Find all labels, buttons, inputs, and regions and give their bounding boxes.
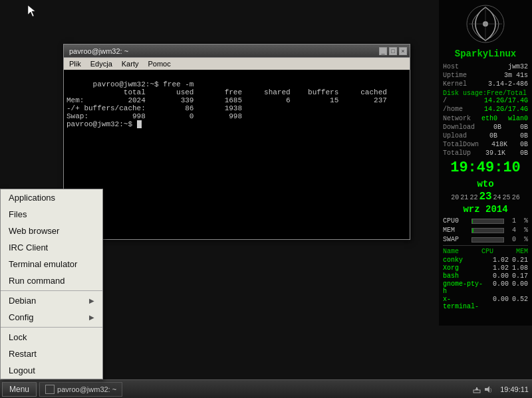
conky-cal-next1: 24: [493, 194, 501, 201]
taskbar-window-button[interactable]: pavroo@jwm32: ~: [39, 382, 122, 397]
menu-item-label: Lock: [9, 332, 27, 342]
menu-item-label: Applications: [9, 193, 55, 203]
conky-mem-fill: [472, 229, 473, 233]
conky-disk-root-value: 14.2G/17.4G: [484, 97, 528, 104]
terminal-menu-edycja[interactable]: Edycja: [86, 60, 116, 68]
menu-item-web-browser[interactable]: Web browser: [1, 223, 102, 239]
proc-name: Xorg: [443, 264, 486, 272]
terminal-content: pavroo@jwm32:~$ free -m total used free …: [64, 70, 410, 239]
terminal-buttons: _ □ ×: [379, 47, 407, 55]
menu-item-config[interactable]: Config▶: [1, 309, 102, 326]
menu-item-irc-client[interactable]: IRC Client: [1, 239, 102, 256]
taskbar-time: 19:49:11: [500, 385, 529, 393]
conky-swap-track: [471, 237, 504, 243]
conky-uptime-label: Uptime: [443, 72, 467, 79]
conky-uptime-value: 3m 41s: [504, 72, 528, 79]
conky-cal-prev1: 20: [451, 194, 459, 201]
mouse-cursor: [28, 5, 36, 17]
conky-proc-name-header: Name: [443, 248, 459, 255]
conky-wlan0-label: wlan0: [508, 115, 528, 122]
menu-divider: [1, 290, 102, 291]
conky-mem-pct: 4: [506, 227, 516, 234]
conky-calendar: 20 21 22 23 24 25 26: [443, 191, 528, 203]
conky-cpu0-symbol: %: [518, 217, 528, 225]
terminal-menu-pomoc[interactable]: Pomoc: [144, 60, 174, 68]
menu-item-applications[interactable]: Applications: [1, 189, 102, 206]
conky-cpu0-pct: 1: [506, 217, 516, 225]
conky-totaldown-val1: 418K: [491, 141, 507, 148]
conky-cal-prev2: 21: [460, 194, 468, 201]
conky-disk-home-row: /home 14.2G/17.4G: [443, 106, 528, 113]
conky-cal-prev2b: 22: [469, 194, 477, 201]
conky-disk-label: Disk usage:Free/Total: [443, 90, 528, 97]
menu-item-label: Restart: [9, 349, 37, 359]
conky-uptime-row: Uptime 3m 41s: [443, 72, 528, 79]
conky-swap-bar-row: SWAP 0 %: [443, 236, 528, 243]
conky-disk-root-label: /: [443, 97, 447, 104]
proc-cpu: 1.02: [489, 256, 509, 264]
conky-divider: [443, 245, 528, 246]
conky-download-row: Download 0B 0B: [443, 124, 528, 131]
conky-totaldown-label: TotalDown: [443, 141, 479, 148]
proc-cpu: 0.00: [489, 296, 509, 310]
menu-item-files[interactable]: Files: [1, 206, 102, 223]
submenu-arrow: ▶: [89, 314, 94, 321]
network-icon: [472, 385, 481, 394]
conky-totalup-val2: 0B: [520, 149, 528, 157]
taskbar-tray-icons: ): [472, 385, 493, 394]
conky-network-header: Network eth0 wlan0: [443, 115, 528, 122]
conky-proc-row: Xorg1.021.08: [443, 264, 528, 272]
proc-mem: 1.08: [511, 264, 528, 272]
start-menu: ApplicationsFilesWeb browserIRC ClientTe…: [0, 189, 103, 379]
desktop: SparkyLinux Host jwm32 Uptime 3m 41s Ker…: [0, 0, 532, 398]
svg-marker-0: [28, 5, 35, 17]
menu-item-run-command[interactable]: Run command: [1, 272, 102, 289]
conky-mem-symbol: %: [518, 227, 528, 234]
menu-item-terminal-emulator[interactable]: Terminal emulator: [1, 256, 102, 272]
conky-cpu0-label: CPU0: [443, 217, 469, 225]
conky-proc-table: conky1.020.21Xorg1.021.08bash0.000.17gno…: [443, 256, 528, 310]
menu-item-restart[interactable]: Restart: [1, 346, 102, 362]
terminal-menubar: Plik Edycja Karty Pomoc: [64, 58, 410, 70]
conky-month-year: wrz 2014: [443, 204, 528, 215]
conky-cal-next2: 25: [503, 194, 511, 201]
menu-item-debian[interactable]: Debian▶: [1, 292, 102, 309]
terminal-title: pavroo@jwm32: ~: [69, 47, 379, 55]
conky-upload-val2: 0B: [520, 132, 528, 140]
terminal-menu-karty[interactable]: Karty: [118, 60, 143, 68]
menu-item-label: Run command: [9, 276, 65, 286]
conky-time: 19:49:10: [443, 159, 528, 176]
proc-name: conky: [443, 256, 486, 264]
conky-totaldown-val2: 0B: [520, 141, 528, 148]
menu-item-lock[interactable]: Lock: [1, 329, 102, 346]
menu-item-label: Debian: [9, 296, 36, 306]
conky-upload-row: Upload 0B 0B: [443, 132, 528, 140]
terminal-menu-plik[interactable]: Plik: [65, 60, 85, 68]
terminal-minimize-btn[interactable]: _: [379, 47, 387, 55]
conky-proc-row: x-terminal-0.000.52: [443, 296, 528, 310]
terminal-close-btn[interactable]: ×: [399, 47, 407, 55]
menu-item-label: Config: [9, 312, 34, 322]
menu-item-label: Web browser: [9, 226, 59, 236]
terminal-output: pavroo@jwm32:~$ free -m total used free …: [66, 80, 387, 128]
conky-disk-home-label: /home: [443, 106, 463, 113]
conky-swap-label: SWAP: [443, 236, 469, 243]
start-menu-button[interactable]: Menu: [2, 382, 37, 397]
conky-disk-home-value: 14.2G/17.4G: [484, 106, 528, 113]
terminal-window[interactable]: pavroo@jwm32: ~ _ □ × Plik Edycja Karty …: [63, 44, 410, 240]
conky-day: wto: [443, 179, 528, 189]
menu-item-logout[interactable]: Logout: [1, 362, 102, 379]
conky-swap-symbol: %: [518, 236, 528, 243]
conky-download-val2: 0B: [520, 124, 528, 131]
conky-totalup-row: TotalUp 39.1K 0B: [443, 149, 528, 157]
conky-host-row: Host jwm32: [443, 63, 528, 70]
conky-mem-track: [471, 228, 504, 233]
conky-upload-val1: 0B: [489, 132, 497, 140]
proc-name: bash: [443, 272, 486, 280]
proc-name: gnome-pty-h: [443, 280, 486, 295]
svg-rect-5: [473, 390, 480, 393]
proc-mem: 0.21: [511, 256, 528, 264]
conky-cpu0-bar-row: CPU0 1 %: [443, 217, 528, 225]
terminal-maximize-btn[interactable]: □: [389, 47, 397, 55]
conky-panel: SparkyLinux Host jwm32 Uptime 3m 41s Ker…: [439, 0, 532, 326]
